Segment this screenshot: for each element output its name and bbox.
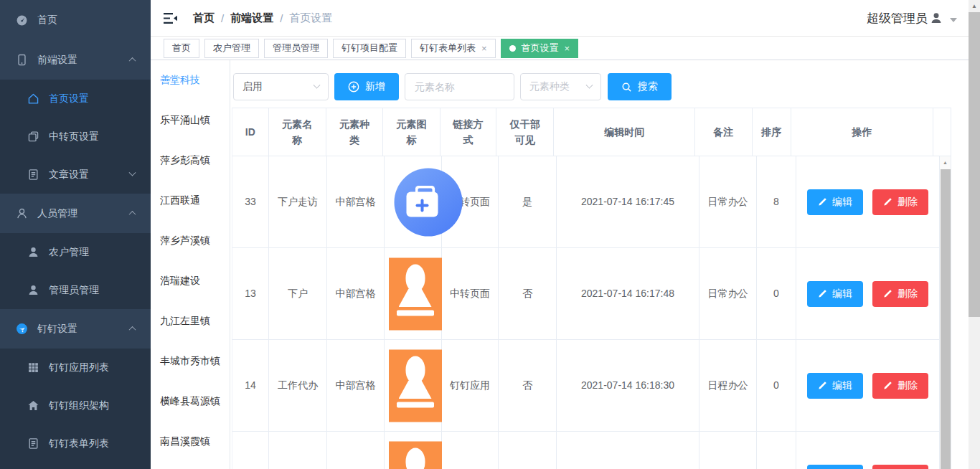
sidebar-item-dingtalk-project-config[interactable]: 钉钉项目配置 — [0, 463, 151, 469]
tab-dingtalk-project-config[interactable]: 钉钉项目配置 — [333, 39, 406, 58]
cell-link-type: 中转页面 — [442, 248, 499, 340]
active-tab-dot — [509, 45, 516, 52]
breadcrumb-separator: / — [221, 12, 224, 24]
tab-close-icon[interactable]: × — [565, 44, 570, 53]
window-scrollbar-thumb[interactable] — [969, 12, 980, 317]
delete-button[interactable]: 删除 — [872, 465, 928, 469]
table-scrollbar[interactable] — [940, 156, 951, 469]
org-item[interactable]: 江西联通 — [151, 181, 230, 221]
edit-button[interactable]: 编辑 — [807, 373, 863, 399]
tab-close-icon[interactable]: × — [481, 44, 487, 53]
sidebar-item-home[interactable]: 首页 — [0, 0, 151, 40]
delete-button[interactable]: 删除 — [872, 281, 928, 307]
filter-toolbar: 启用 新增 元素种类 搜索 — [233, 73, 677, 100]
stamp-icon — [389, 441, 442, 469]
tab-dingtalk-form-list[interactable]: 钉钉表单列表 × — [411, 39, 496, 58]
edit-button[interactable]: 编辑 — [807, 465, 863, 469]
table-row: 33 下户走访 中部宫格 中转页面 是 2021-07-14 16:17:45 … — [232, 156, 951, 248]
sidebar-item-transfer-page-settings[interactable]: 中转页设置 — [0, 118, 151, 156]
window-scrollbar[interactable] — [969, 0, 980, 469]
org-item-shantang-tech[interactable]: 善堂科技 — [151, 60, 230, 100]
col-header-edit-time: 编辑时间 — [554, 108, 695, 156]
pencil-icon — [818, 197, 827, 207]
cell-element-type: 中部宫格 — [327, 156, 385, 248]
tab-label: 管理员管理 — [273, 42, 319, 55]
tags-view-bar: 首页 农户管理 管理员管理 钉钉项目配置 钉钉表单列表 × 首页设置 × — [151, 37, 980, 60]
tab-label: 首页 — [172, 42, 191, 55]
org-item[interactable]: 萍乡芦溪镇 — [151, 221, 230, 261]
cell-remark: 日常办公 — [699, 248, 757, 340]
edit-button[interactable]: 编辑 — [807, 189, 863, 215]
sidebar-item-dingtalk-app-list[interactable]: 钉钉应用列表 — [0, 349, 151, 387]
org-item[interactable]: 浩瑞建设 — [151, 261, 230, 301]
org-item[interactable]: 南昌溪霞镇 — [151, 422, 230, 462]
cell-id — [232, 432, 269, 469]
elements-table: ID 元素名称 元素种类 元素图标 链接方式 仅干部可见 编辑时间 备注 排序 … — [232, 108, 951, 469]
tablet-icon — [16, 54, 28, 66]
org-item[interactable]: 横峰县葛源镇 — [151, 382, 230, 422]
cell-element-name — [269, 432, 327, 469]
tab-label: 首页设置 — [522, 42, 559, 55]
user-menu[interactable]: 超级管理员 — [867, 10, 957, 27]
collapse-menu-icon[interactable] — [163, 12, 178, 24]
org-item[interactable]: 丰城市秀市镇 — [151, 341, 230, 382]
chevron-down-icon — [314, 81, 321, 88]
sidebar-item-article-settings[interactable]: 文章设置 — [0, 156, 151, 194]
sidebar-item-frontend-settings[interactable]: 前端设置 — [0, 40, 151, 80]
search-icon — [621, 82, 632, 93]
org-item[interactable]: 九江左里镇 — [151, 301, 230, 341]
user-filled-icon — [27, 246, 39, 258]
col-header-element-type: 元素种类 — [326, 108, 383, 156]
scroll-up-arrow-icon[interactable] — [969, 0, 980, 11]
sidebar-item-label: 文章设置 — [49, 169, 89, 181]
delete-button[interactable]: 删除 — [872, 189, 928, 215]
tab-home[interactable]: 首页 — [164, 39, 199, 58]
element-name-input[interactable] — [405, 73, 514, 100]
edit-button-label: 编辑 — [832, 288, 852, 300]
cell-remark: 日程办公 — [699, 340, 757, 432]
chevron-up-icon — [129, 211, 136, 218]
pencil-icon — [883, 289, 892, 298]
delete-button-label: 删除 — [897, 288, 918, 300]
tab-homepage-settings-active[interactable]: 首页设置 × — [501, 39, 579, 58]
table-scrollbar-thumb[interactable] — [941, 169, 951, 469]
cell-element-name: 下户走访 — [269, 156, 327, 248]
element-type-select[interactable]: 元素种类 — [520, 73, 601, 100]
delete-button-label: 删除 — [897, 379, 918, 392]
col-header-remark: 备注 — [695, 108, 752, 156]
sidebar-item-label: 钉钉应用列表 — [49, 361, 109, 374]
search-button[interactable]: 搜索 — [608, 73, 672, 100]
user-name: 超级管理员 — [867, 10, 928, 27]
add-button[interactable]: 新增 — [334, 73, 399, 100]
tab-farmer-management[interactable]: 农户管理 — [204, 39, 259, 58]
tab-label: 钉钉表单列表 — [420, 42, 476, 55]
sidebar-item-label: 人员管理 — [37, 207, 77, 220]
sidebar-item-dingtalk-org-structure[interactable]: 钉钉组织架构 — [0, 387, 151, 425]
breadcrumb-frontend-settings[interactable]: 前端设置 — [230, 11, 273, 25]
org-item[interactable]: 萍乡彭高镇 — [151, 141, 230, 181]
edit-button[interactable]: 编辑 — [807, 281, 863, 307]
breadcrumb-home[interactable]: 首页 — [193, 11, 215, 25]
add-button-label: 新增 — [365, 80, 385, 93]
tab-admin-management[interactable]: 管理员管理 — [264, 39, 328, 58]
sidebar-item-dingtalk-settings[interactable]: 钉钉设置 — [0, 309, 151, 349]
delete-button[interactable]: 删除 — [872, 373, 928, 399]
org-sidebar: 善堂科技 乐平涌山镇 萍乡彭高镇 江西联通 萍乡芦溪镇 浩瑞建设 九江左里镇 丰… — [151, 60, 230, 469]
plus-circle-icon — [348, 81, 359, 93]
cell-cadre-only: 是 — [499, 156, 557, 248]
sidebar-item-farmer-management[interactable]: 农户管理 — [0, 233, 151, 271]
sidebar-item-homepage-settings[interactable]: 首页设置 — [0, 80, 151, 118]
briefcase-glyph — [406, 191, 438, 217]
cell-cadre-only — [499, 432, 557, 469]
status-select[interactable]: 启用 — [233, 73, 329, 100]
cell-link-type: 钉钉应用 — [442, 340, 499, 432]
edit-button-label: 编辑 — [832, 379, 852, 392]
sidebar-item-personnel-management[interactable]: 人员管理 — [0, 194, 151, 233]
sidebar-item-admin-management[interactable]: 管理员管理 — [0, 271, 151, 309]
org-item[interactable]: 乐平涌山镇 — [151, 100, 230, 141]
cell-link-type — [442, 432, 499, 469]
delete-button-label: 删除 — [897, 196, 918, 209]
sidebar-item-dingtalk-form-list[interactable]: 钉钉表单列表 — [0, 425, 151, 463]
cell-element-icon — [385, 156, 442, 248]
scroll-up-arrow-icon[interactable] — [940, 156, 951, 168]
